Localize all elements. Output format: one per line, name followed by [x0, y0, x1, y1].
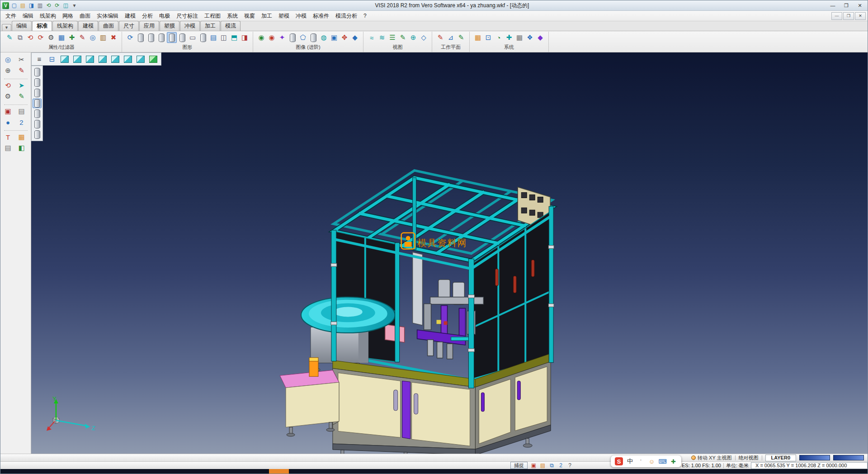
filter-cylinder-icon[interactable] [33, 109, 42, 118]
sidebar-tool-icon[interactable]: ✎ [17, 91, 27, 101]
quick-access-icon[interactable]: ◨ [28, 2, 35, 9]
menu-item[interactable]: 文件 [2, 11, 19, 21]
tab-dropdown[interactable]: ▼ [2, 24, 11, 31]
tool-icon[interactable] [136, 32, 146, 43]
restore-button[interactable]: ❐ [840, 1, 853, 10]
view-cube-icon[interactable] [84, 54, 96, 64]
menu-item[interactable]: 模流分析 [332, 11, 360, 21]
ime-toolbar[interactable]: S 中’☺⌨✚ [611, 455, 681, 467]
sidebar-tool-icon[interactable]: ▣ [3, 106, 13, 116]
tool-icon[interactable]: ⊿ [446, 32, 456, 43]
tab-塑膜[interactable]: 塑膜 [160, 21, 179, 31]
tool-icon[interactable]: ⬠ [298, 32, 308, 43]
tool-icon[interactable]: ⟳ [125, 32, 135, 43]
tool-icon[interactable]: ⧉ [15, 32, 25, 43]
tool-icon[interactable]: ◇ [419, 32, 429, 43]
sidebar-tool-icon[interactable]: ▤ [3, 143, 13, 153]
menu-item[interactable]: ? [360, 12, 370, 20]
sidebar-tool-icon[interactable]: ✎ [17, 66, 27, 76]
menu-item[interactable]: 工程图 [201, 11, 224, 21]
tool-icon[interactable]: ▦ [57, 32, 66, 43]
tool-icon[interactable]: ✥ [340, 32, 349, 43]
tool-icon[interactable]: ◍ [319, 32, 329, 43]
sidebar-tool-icon[interactable]: ➤ [17, 81, 27, 90]
quick-access-icon[interactable]: ▤ [19, 2, 27, 9]
tool-icon[interactable]: ⊕ [408, 32, 418, 43]
quick-access-icon[interactable]: ▾ [71, 2, 78, 9]
tool-icon[interactable] [288, 32, 297, 43]
tool-icon[interactable]: ◫ [219, 32, 229, 43]
tool-icon[interactable]: ◨ [240, 32, 250, 43]
tool-icon[interactable]: ◉ [267, 32, 277, 43]
tool-icon[interactable]: ◆ [350, 32, 360, 43]
status-icon[interactable]: 2 [557, 462, 565, 469]
ime-logo-icon[interactable]: S [615, 457, 623, 465]
menu-item[interactable]: 冲模 [292, 11, 310, 21]
tool-icon[interactable]: ◉ [256, 32, 266, 43]
status-icon[interactable]: ▤ [539, 462, 547, 469]
menu-item[interactable]: 线架构 [37, 11, 59, 21]
tool-icon[interactable] [198, 32, 208, 43]
active-layer-badge[interactable]: LAYER0 [765, 455, 796, 461]
tool-icon[interactable]: ⊡ [483, 32, 493, 43]
menu-item[interactable]: 标准件 [310, 11, 332, 21]
quick-access-icon[interactable]: ◫ [62, 2, 70, 9]
mdi-minimize-button[interactable]: — [831, 12, 842, 20]
status-icon[interactable]: ⧉ [548, 462, 556, 469]
quick-access-icon[interactable]: ⟳ [53, 2, 61, 9]
tab-模流[interactable]: 模流 [221, 21, 241, 31]
view-cube-icon[interactable] [147, 54, 159, 64]
sidebar-tool-icon[interactable]: ✂ [17, 55, 27, 65]
menu-item[interactable]: 编辑 [19, 11, 37, 21]
tool-icon[interactable]: ✎ [398, 32, 408, 43]
tool-icon[interactable] [167, 32, 177, 43]
sidebar-tool-icon[interactable]: ⊕ [3, 66, 13, 76]
view-tool-icon[interactable]: ≡ [33, 54, 45, 64]
tab-标准[interactable]: 标准 [32, 21, 52, 31]
menu-item[interactable]: 网格 [59, 11, 76, 21]
tab-线架构[interactable]: 线架构 [52, 21, 78, 31]
tool-icon[interactable]: ◔ [494, 32, 504, 43]
filter-cylinder-icon[interactable] [33, 130, 42, 139]
tool-icon[interactable] [177, 32, 187, 43]
menu-item[interactable]: 电极 [156, 11, 173, 21]
mdi-close-button[interactable]: ✕ [855, 12, 866, 20]
menu-item[interactable]: 视窗 [241, 11, 258, 21]
tool-icon[interactable]: ▣ [329, 32, 339, 43]
layer-color-bar-2[interactable] [833, 455, 864, 460]
view-cube-icon[interactable] [122, 54, 134, 64]
minimize-button[interactable]: — [826, 1, 840, 10]
tab-编辑[interactable]: 编辑 [12, 21, 32, 31]
tool-icon[interactable]: ◆ [535, 32, 545, 43]
taskbar-item[interactable] [269, 469, 289, 474]
tool-icon[interactable]: ✚ [67, 32, 77, 43]
view-cube-icon[interactable] [97, 54, 108, 64]
view-tool-icon[interactable]: ⊟ [46, 54, 58, 64]
tool-icon[interactable] [156, 32, 166, 43]
ime-icon[interactable]: ✚ [670, 458, 677, 465]
ime-icon[interactable]: ☺ [648, 458, 656, 465]
sidebar-tool-icon[interactable]: ▤ [17, 106, 27, 116]
tab-建模[interactable]: 建模 [78, 21, 98, 31]
tool-icon[interactable]: ☰ [387, 32, 397, 43]
tool-icon[interactable]: ✎ [77, 32, 87, 43]
status-icon[interactable]: ▣ [530, 462, 538, 469]
tool-icon[interactable]: ⬒ [229, 32, 239, 43]
tool-icon[interactable]: ❖ [525, 32, 535, 43]
menu-item[interactable]: 建模 [122, 11, 139, 21]
view-cube-icon[interactable] [59, 54, 71, 64]
quick-access-icon[interactable]: ▥ [36, 2, 44, 9]
sidebar-tool-icon[interactable]: ⚙ [3, 91, 13, 101]
mdi-restore-button[interactable]: ❐ [843, 12, 854, 20]
tool-icon[interactable]: ▭ [188, 32, 198, 43]
status-icon[interactable]: ? [566, 462, 574, 469]
menu-item[interactable]: 尺寸标注 [173, 11, 201, 21]
sidebar-tool-icon[interactable]: 2 [17, 117, 27, 127]
sidebar-tool-icon[interactable]: ⟲ [3, 81, 13, 90]
tab-加工[interactable]: 加工 [200, 21, 220, 31]
snap-toggle-button[interactable]: 捕捉 [510, 462, 528, 469]
tab-冲模[interactable]: 冲模 [180, 21, 200, 31]
layer-color-bar-1[interactable] [799, 455, 830, 460]
tool-icon[interactable]: ≈ [367, 32, 377, 43]
tool-icon[interactable]: ⟲ [25, 32, 35, 43]
